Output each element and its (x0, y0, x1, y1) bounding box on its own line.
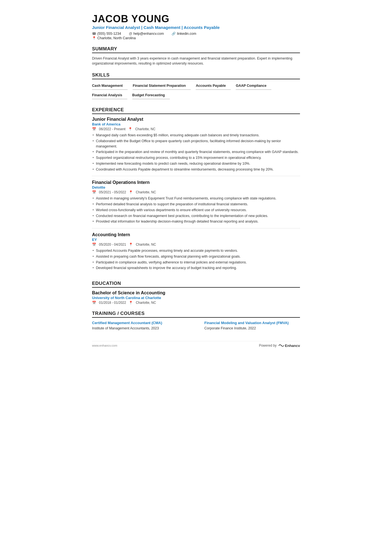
location-value: Charlotte, North Carolina (97, 36, 136, 40)
training-title: TRAINING / COURSES (92, 311, 300, 318)
skill-item: Financial Analysis (92, 92, 127, 99)
edu-meta: 📅 01/2018 - 01/2022 📍 Charlotte, NC (92, 301, 300, 305)
bullet-list: Assisted in managing university's Equipm… (92, 196, 300, 224)
skill-item: Cash Management (92, 82, 128, 90)
bullet-item: Supported Accounts Payable processes, en… (92, 248, 300, 253)
candidate-name: JACOB YOUNG (92, 13, 300, 24)
summary-section: SUMMARY Driven Financial Analyst with 3 … (92, 46, 300, 66)
job-title: Financial Operations Intern (92, 180, 300, 185)
enhancv-brand: Enhancv (278, 344, 300, 348)
bullet-item: Provided vital information for leadershi… (92, 219, 300, 224)
email-icon: @ (129, 32, 132, 36)
bullet-item: Assisted in preparing cash flow forecast… (92, 254, 300, 259)
location-icon: 📍 (129, 243, 133, 246)
candidate-title: Junior Financial Analyst | Cash Manageme… (92, 25, 300, 30)
location-contact: 📍 Charlotte, North Carolina (92, 36, 136, 40)
bullet-list: Supported Accounts Payable processes, en… (92, 248, 300, 271)
bullet-item: Developed financial spreadsheets to impr… (92, 265, 300, 271)
edu-degree: Bachelor of Science in Accounting (92, 290, 300, 295)
bullet-item: Worked cross-functionally with various d… (92, 208, 300, 213)
footer-website: www.enhancv.com (92, 344, 117, 347)
calendar-icon: 📅 (92, 301, 96, 305)
phone-value: (555) 555-1234 (97, 32, 121, 36)
education-entry: Bachelor of Science in Accounting Univer… (92, 290, 300, 305)
job-title: Junior Financial Analyst (92, 117, 300, 122)
page-footer: www.enhancv.com Powered by Enhancv (92, 341, 300, 348)
job-dates: 06/2022 - Present (99, 127, 125, 131)
training-course-sub: Corporate Finance Institute, 2022 (204, 326, 300, 331)
training-course-title: Financial Modeling and Valuation Analyst… (204, 320, 300, 325)
training-course-title: Certified Management Accountant (CMA) (92, 320, 188, 325)
phone-contact: ☎ (555) 555-1234 (92, 32, 121, 36)
job-location: Charlotte, NC (135, 127, 155, 131)
company-name: Deloitte (92, 185, 300, 189)
experience-entry: Financial Operations Intern Deloitte 📅 0… (92, 180, 300, 228)
training-item: Certified Management Accountant (CMA) In… (92, 320, 188, 331)
linkedin-contact: 🔗 linkedin.com (172, 32, 196, 36)
bullet-item: Coordinated with Accounts Payable depart… (92, 167, 300, 172)
skills-section: SKILLS Cash ManagementFinancial Statemen… (92, 72, 300, 101)
edu-school: University of North Carolina at Charlott… (92, 296, 300, 300)
phone-icon: ☎ (92, 32, 96, 36)
powered-by-label: Powered by (259, 344, 276, 347)
experience-entry: Junior Financial Analyst Bank of America… (92, 117, 300, 176)
bullet-item: Conducted research on financial manageme… (92, 213, 300, 219)
education-entries: Bachelor of Science in Accounting Univer… (92, 290, 300, 305)
job-meta: 📅 05/2020 - 04/2021 📍 Charlotte, NC (92, 243, 300, 246)
bullet-list: Managed daily cash flows exceeding $5 mi… (92, 133, 300, 172)
location-row: 📍 Charlotte, North Carolina (92, 36, 300, 40)
calendar-icon: 📅 (92, 127, 96, 131)
edu-location: Charlotte, NC (136, 301, 156, 305)
email-value: help@enhancv.com (133, 32, 164, 36)
job-title: Accounting Intern (92, 232, 300, 237)
education-title: EDUCATION (92, 281, 300, 288)
education-section: EDUCATION Bachelor of Science in Account… (92, 281, 300, 305)
calendar-icon: 📅 (92, 190, 96, 194)
bullet-item: Supported organizational restructuring p… (92, 155, 300, 161)
bullet-item: Collaborated with the Budget Office to p… (92, 139, 300, 149)
summary-title: SUMMARY (92, 46, 300, 53)
job-meta: 📅 06/2022 - Present 📍 Charlotte, NC (92, 127, 300, 131)
skill-item: GAAP Compliance (236, 82, 271, 90)
footer-logo: Powered by Enhancv (259, 344, 300, 348)
experience-title: EXPERIENCE (92, 107, 300, 114)
job-location: Charlotte, NC (136, 243, 156, 246)
experience-entries: Junior Financial Analyst Bank of America… (92, 117, 300, 275)
experience-entry: Accounting Intern EY 📅 05/2020 - 04/2021… (92, 232, 300, 275)
skills-grid: Cash ManagementFinancial Statement Prepa… (92, 82, 300, 101)
job-dates: 05/2020 - 04/2021 (99, 243, 126, 246)
skills-title: SKILLS (92, 72, 300, 79)
contact-row: ☎ (555) 555-1234 @ help@enhancv.com 🔗 li… (92, 32, 300, 36)
summary-text: Driven Financial Analyst with 3 years ex… (92, 56, 300, 66)
training-item: Financial Modeling and Valuation Analyst… (204, 320, 300, 331)
training-grid: Certified Management Accountant (CMA) In… (92, 320, 300, 331)
experience-section: EXPERIENCE Junior Financial Analyst Bank… (92, 107, 300, 275)
skill-item: Accounts Payable (196, 82, 231, 90)
location-icon: 📍 (129, 190, 133, 194)
job-location: Charlotte, NC (136, 190, 156, 194)
resume-header: JACOB YOUNG Junior Financial Analyst | C… (92, 13, 300, 40)
company-name: Bank of America (92, 122, 300, 126)
bullet-item: Performed detailed financial analysis to… (92, 202, 300, 207)
company-name: EY (92, 238, 300, 242)
linkedin-icon: 🔗 (172, 32, 176, 36)
bullet-item: Implemented new forecasting models to pr… (92, 161, 300, 166)
job-dates: 05/2021 - 05/2022 (99, 190, 126, 194)
bullet-item: Participated in compliance audits, verif… (92, 260, 300, 265)
edu-dates: 01/2018 - 01/2022 (99, 301, 126, 305)
location-icon: 📍 (92, 36, 96, 40)
training-course-sub: Institute of Management Accountants, 202… (92, 326, 188, 331)
calendar-icon: 📅 (92, 243, 96, 246)
skill-item: Budget Forecasting (132, 92, 170, 99)
linkedin-value: linkedin.com (177, 32, 196, 36)
training-section: TRAINING / COURSES Certified Management … (92, 311, 300, 331)
job-meta: 📅 05/2021 - 05/2022 📍 Charlotte, NC (92, 190, 300, 194)
location-icon: 📍 (129, 301, 133, 305)
enhancv-logo-icon (278, 344, 284, 347)
bullet-item: Participated in the preparation and revi… (92, 149, 300, 155)
skill-item: Financial Statement Preparation (133, 82, 191, 90)
email-contact: @ help@enhancv.com (129, 32, 164, 36)
bullet-item: Managed daily cash flows exceeding $5 mi… (92, 133, 300, 138)
bullet-item: Assisted in managing university's Equipm… (92, 196, 300, 201)
location-icon: 📍 (128, 127, 132, 131)
